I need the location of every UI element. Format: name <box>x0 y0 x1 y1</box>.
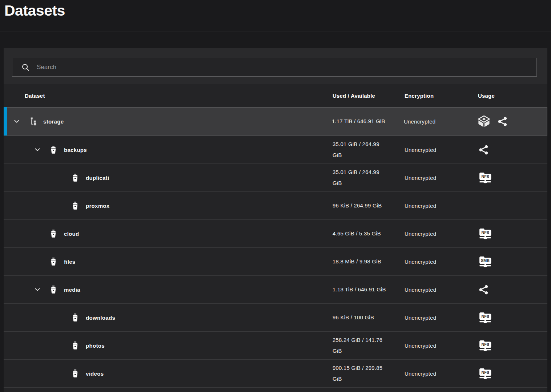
search-icon <box>21 63 30 72</box>
dataset-name: videos <box>86 371 104 377</box>
usage-cell: NFS <box>478 171 547 184</box>
dataset-name: backups <box>64 147 87 153</box>
usage-cell <box>478 144 547 155</box>
table-end-row <box>4 387 547 392</box>
nfs-icon: NFS <box>478 311 492 324</box>
used-available-value: 96 KiB / 264.99 GiB <box>333 200 405 211</box>
table-row[interactable]: photos258.24 GiB / 141.76 GiBUnencrypted… <box>4 331 547 359</box>
dataset-cell: files <box>4 248 333 275</box>
dataset-name: files <box>64 259 76 265</box>
table-header: Dataset Used / Available Encryption Usag… <box>4 84 547 107</box>
dataset-cell: cloud <box>4 220 333 247</box>
usage-cell: NFS <box>478 339 547 352</box>
table-row[interactable]: storage1.17 TiB / 646.91 GiBUnencrypted <box>4 107 547 136</box>
svg-text:NFS: NFS <box>481 314 489 319</box>
dataset-icon <box>49 145 58 155</box>
dataset-icon <box>71 341 80 351</box>
dataset-name: duplicati <box>86 175 109 181</box>
nfs-icon: NFS <box>478 171 492 184</box>
table-row[interactable]: backups35.01 GiB / 264.99 GiBUnencrypted <box>4 136 547 163</box>
column-header-encryption: Encryption <box>405 93 478 99</box>
table-row[interactable]: cloud4.65 GiB / 5.35 GiBUnencryptedNFS <box>4 219 547 247</box>
svg-text:NFS: NFS <box>481 342 489 347</box>
table-row[interactable]: videos900.15 GiB / 299.85 GiBUnencrypted… <box>4 359 547 387</box>
svg-text:SMB: SMB <box>481 258 490 263</box>
search-box <box>12 58 537 77</box>
usage-cell <box>478 284 547 295</box>
encryption-value: Unencrypted <box>405 343 478 349</box>
used-available-value: 1.13 TiB / 646.91 GiB <box>333 284 405 295</box>
table-row[interactable]: media1.13 TiB / 646.91 GiBUnencrypted <box>4 275 547 303</box>
chevron-down-icon[interactable] <box>13 117 28 125</box>
chevron-down-icon[interactable] <box>33 146 49 154</box>
column-header-usage: Usage <box>478 93 547 99</box>
used-available-value: 258.24 GiB / 141.76 GiB <box>333 335 405 356</box>
encryption-value: Unencrypted <box>405 259 478 265</box>
used-available-value: 900.15 GiB / 299.85 GiB <box>333 363 405 384</box>
used-available-value: 4.65 GiB / 5.35 GiB <box>333 228 405 239</box>
svg-text:NFS: NFS <box>481 174 489 179</box>
dataset-cell: media <box>4 276 333 303</box>
dataset-cell: storage <box>4 108 332 135</box>
svg-text:NFS: NFS <box>481 230 489 235</box>
used-available-value: 35.01 GiB / 264.99 GiB <box>333 139 405 161</box>
search-input[interactable] <box>30 58 536 76</box>
dataset-cell: proxmox <box>4 192 333 219</box>
used-available-value: 18.8 MiB / 9.98 GiB <box>333 256 405 267</box>
nfs-icon: NFS <box>478 227 492 240</box>
share-icon <box>478 284 489 295</box>
dataset-icon <box>49 257 58 267</box>
dataset-icon <box>71 173 80 183</box>
dataset-cell: photos <box>4 332 333 359</box>
svg-text:NFS: NFS <box>481 370 489 375</box>
dataset-icon <box>71 313 80 323</box>
encryption-value: Unencrypted <box>405 147 478 153</box>
used-available-value: 1.17 TiB / 646.91 GiB <box>332 116 404 127</box>
dataset-name: storage <box>43 118 64 125</box>
encryption-value: Unencrypted <box>405 175 478 181</box>
table-row[interactable]: proxmox96 KiB / 264.99 GiBUnencrypted <box>4 191 547 219</box>
datasets-panel: Dataset Used / Available Encryption Usag… <box>4 48 547 392</box>
search-strip <box>4 48 547 84</box>
nfs-icon: NFS <box>478 339 492 352</box>
used-available-value: 96 KiB / 100 GiB <box>333 312 405 323</box>
dataset-root-icon <box>28 117 37 126</box>
column-header-dataset: Dataset <box>4 93 333 99</box>
table-row[interactable]: downloads96 KiB / 100 GiBUnencryptedNFS <box>4 303 547 331</box>
encryption-value: Unencrypted <box>405 203 478 209</box>
dataset-name: proxmox <box>86 203 109 209</box>
dataset-icon <box>71 201 80 211</box>
encryption-value: Unencrypted <box>404 118 477 125</box>
nfs-icon: NFS <box>478 367 492 380</box>
encryption-value: Unencrypted <box>405 287 478 293</box>
usage-cell: NFS <box>478 227 547 240</box>
dataset-name: cloud <box>64 231 79 237</box>
smb-icon: SMB <box>478 255 492 268</box>
column-header-used-available: Used / Available <box>333 93 405 99</box>
usage-cell <box>477 115 547 128</box>
chevron-down-icon[interactable] <box>33 286 49 294</box>
dataset-name: downloads <box>86 315 115 321</box>
cube-icon <box>477 115 491 128</box>
share-icon <box>497 116 508 127</box>
dataset-icon <box>71 369 80 379</box>
table-row[interactable]: duplicati35.01 GiB / 264.99 GiBUnencrypt… <box>4 163 547 191</box>
dataset-name: photos <box>86 343 105 349</box>
dataset-icon <box>49 229 58 239</box>
encryption-value: Unencrypted <box>405 315 478 321</box>
dataset-icon <box>49 285 58 295</box>
dataset-cell: backups <box>4 136 333 163</box>
usage-cell: SMB <box>478 255 547 268</box>
usage-cell: NFS <box>478 367 547 380</box>
used-available-value: 35.01 GiB / 264.99 GiB <box>333 167 405 189</box>
encryption-value: Unencrypted <box>405 371 478 377</box>
page-title: Datasets <box>4 2 65 19</box>
encryption-value: Unencrypted <box>405 231 478 237</box>
title-bar: Datasets <box>0 0 551 32</box>
table-body: storage1.17 TiB / 646.91 GiBUnencryptedb… <box>4 107 547 387</box>
table-row[interactable]: files18.8 MiB / 9.98 GiBUnencryptedSMB <box>4 247 547 275</box>
usage-cell: NFS <box>478 311 547 324</box>
dataset-cell: videos <box>4 360 333 387</box>
dataset-name: media <box>64 287 80 293</box>
dataset-cell: downloads <box>4 304 333 331</box>
